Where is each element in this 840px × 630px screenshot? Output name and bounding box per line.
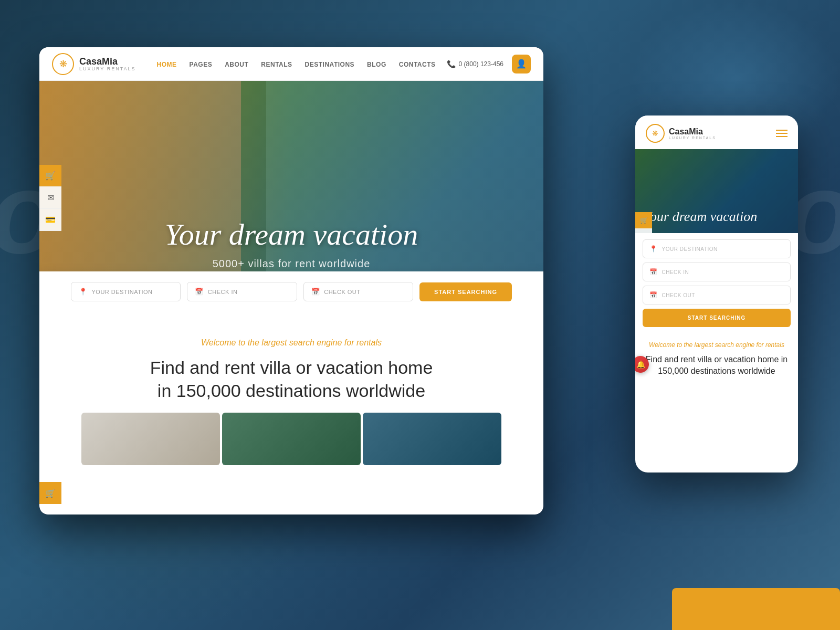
hamburger-line-1 <box>776 130 788 131</box>
mobile-main-heading: Find and rent villa or vacation home in … <box>644 354 790 377</box>
thumbnail-3 <box>363 413 501 465</box>
mobile-checkout-placeholder: CHECK OUT <box>662 292 695 298</box>
checkout-field[interactable]: 📅 CHECK OUT <box>303 282 413 301</box>
mobile-welcome-text: Welcome to the largest search engine for… <box>644 341 790 350</box>
destination-placeholder: YOUR DESTINATION <box>92 289 153 295</box>
location-icon: 📍 <box>79 288 88 296</box>
side-widget-email[interactable]: ✉ <box>39 187 61 209</box>
mobile-destination-placeholder: YOUR DESTINATION <box>662 246 718 252</box>
user-button[interactable]: 👤 <box>512 55 531 74</box>
thumbnail-2 <box>222 413 361 465</box>
logo-icon: ❋ <box>52 53 74 75</box>
phone-link[interactable]: 📞 0 (800) 123-456 <box>447 60 503 68</box>
checkout-placeholder: CHECK OUT <box>324 289 360 295</box>
nav-item-destinations[interactable]: DESTINATIONS <box>305 59 354 69</box>
mobile-destination-field[interactable]: 📍 YOUR DESTINATION <box>643 239 791 258</box>
nav-right: 📞 0 (800) 123-456 👤 <box>447 55 531 74</box>
mobile-checkin-field[interactable]: 📅 CHECK IN <box>643 262 791 281</box>
checkout-calendar-icon: 📅 <box>311 288 320 296</box>
thumbnail-1 <box>81 413 220 465</box>
mobile-checkout-field[interactable]: 📅 CHECK OUT <box>643 286 791 304</box>
mobile-hero-text: Your dream vacation <box>644 209 757 225</box>
mobile-navigation: ❋ CasaMia LUXURY RENTALS <box>635 116 798 149</box>
hero-title: Your dream vacation <box>90 218 493 251</box>
side-widget-card[interactable]: 💳 <box>39 209 61 231</box>
mobile-checkout-icon: 📅 <box>649 291 658 299</box>
mobile-search-form: 📍 YOUR DESTINATION 📅 CHECK IN 📅 CHECK OU… <box>635 233 798 333</box>
mobile-hero-title: Your dream vacation <box>644 209 757 225</box>
brand-tagline: LUXURY RENTALS <box>79 66 136 71</box>
mobile-content: Welcome to the largest search engine for… <box>635 333 798 385</box>
checkin-calendar-icon: 📅 <box>195 288 204 296</box>
thumbnails-row <box>81 413 501 465</box>
nav-item-blog[interactable]: BLOG <box>367 59 386 69</box>
nav-item-about[interactable]: ABOUT <box>225 59 248 69</box>
brand-name: CasaMia <box>79 57 136 66</box>
gold-bar-decoration <box>672 588 840 630</box>
mobile-brand-name: CasaMia <box>669 128 716 136</box>
nav-item-contacts[interactable]: CONTACTS <box>399 59 436 69</box>
nav-link-rentals[interactable]: RENTALS <box>261 61 292 68</box>
mobile-checkin-placeholder: CHECK IN <box>662 269 689 275</box>
mobile-checkin-icon: 📅 <box>649 268 658 276</box>
mobile-search-button[interactable]: START SEARCHING <box>643 309 791 327</box>
mobile-logo-icon: ❋ <box>646 124 665 143</box>
desktop-logo[interactable]: ❋ CasaMia LUXURY RENTALS <box>52 53 136 75</box>
side-widgets: 🛒 ✉ 💳 <box>39 165 61 231</box>
content-section: Welcome to the largest search engine for… <box>39 312 543 486</box>
checkin-placeholder: CHECK IN <box>208 289 238 295</box>
nav-link-contacts[interactable]: CONTACTS <box>399 61 436 68</box>
nav-link-blog[interactable]: BLOG <box>367 61 386 68</box>
desktop-mockup: ❋ CasaMia LUXURY RENTALS HOME PAGES ABOU… <box>39 47 543 514</box>
search-bar: 📍 YOUR DESTINATION 📅 CHECK IN 📅 CHECK OU… <box>39 271 543 312</box>
hero-content: Your dream vacation 5000+ villas for ren… <box>90 218 493 270</box>
mobile-side-widgets: 🛒 ✉ 💳 <box>635 212 652 233</box>
mobile-brand-tagline: LUXURY RENTALS <box>669 136 716 140</box>
welcome-text: Welcome to the largest search engine for… <box>81 338 501 348</box>
side-widget-cart[interactable]: 🛒 <box>39 165 61 187</box>
hero-section: 🛒 ✉ 💳 Your dream vacation 5000+ villas f… <box>39 81 543 312</box>
mobile-hero: Your dream vacation 🛒 ✉ 💳 <box>635 149 798 233</box>
nav-link-about[interactable]: ABOUT <box>225 61 248 68</box>
checkin-field[interactable]: 📅 CHECK IN <box>187 282 297 301</box>
nav-link-home[interactable]: HOME <box>157 61 177 68</box>
mobile-mockup: ❋ CasaMia LUXURY RENTALS Your dream vaca… <box>635 116 798 472</box>
search-button[interactable]: START SEARCHING <box>419 282 512 301</box>
mobile-widget-email[interactable]: ✉ <box>635 229 652 233</box>
phone-number: 0 (800) 123-456 <box>459 60 503 68</box>
nav-item-rentals[interactable]: RENTALS <box>261 59 292 69</box>
hamburger-menu[interactable] <box>776 130 788 137</box>
main-heading: Find and rent villa or vacation home in … <box>81 356 501 402</box>
mobile-location-icon: 📍 <box>649 245 658 253</box>
bottom-cart-widget[interactable]: 🛒 <box>39 482 61 504</box>
nav-item-home[interactable]: HOME <box>157 59 177 69</box>
nav-item-pages[interactable]: PAGES <box>190 59 213 69</box>
destination-field[interactable]: 📍 YOUR DESTINATION <box>71 282 181 301</box>
hero-subtitle: 5000+ villas for rent worldwide <box>90 258 493 270</box>
desktop-navigation: ❋ CasaMia LUXURY RENTALS HOME PAGES ABOU… <box>39 47 543 81</box>
nav-links: HOME PAGES ABOUT RENTALS DESTINATIONS BL… <box>157 59 447 69</box>
desktop-screen: ❋ CasaMia LUXURY RENTALS HOME PAGES ABOU… <box>39 47 543 514</box>
nav-link-destinations[interactable]: DESTINATIONS <box>305 61 354 68</box>
hamburger-line-3 <box>776 136 788 137</box>
nav-link-pages[interactable]: PAGES <box>190 61 213 68</box>
mobile-logo[interactable]: ❋ CasaMia LUXURY RENTALS <box>646 124 716 143</box>
phone-icon: 📞 <box>447 60 456 68</box>
logo-text: CasaMia LUXURY RENTALS <box>79 57 136 71</box>
mobile-widget-cart[interactable]: 🛒 <box>635 212 652 229</box>
mobile-logo-text: CasaMia LUXURY RENTALS <box>669 128 716 140</box>
hamburger-line-2 <box>776 133 788 134</box>
